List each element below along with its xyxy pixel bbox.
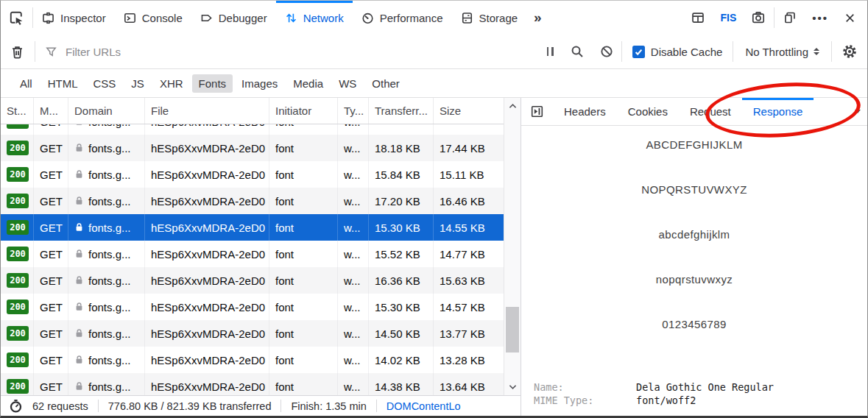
scroll-down-icon[interactable] (504, 383, 521, 391)
block-requests-button[interactable] (592, 35, 621, 68)
network-settings-button[interactable] (832, 35, 867, 68)
scrollbar-thumb[interactable] (506, 307, 519, 353)
filter-fonts[interactable]: Fonts (192, 74, 233, 93)
cell-type: w... (338, 214, 369, 241)
tab-label: Debugger (219, 12, 267, 24)
details-tab-headers[interactable]: Headers (553, 98, 617, 125)
filter-all[interactable]: All (13, 74, 39, 93)
tab-debugger[interactable]: Debugger (191, 1, 276, 35)
split-console-icon (691, 11, 705, 24)
domcontentloaded-indicator: DOMContentLo (387, 400, 461, 412)
cell-type: w... (338, 347, 369, 373)
network-toolbar: Disable Cache No Throttling (1, 35, 867, 69)
responsive-design-icon (783, 11, 797, 24)
column-header-domain[interactable]: Domain (68, 98, 145, 124)
network-icon (285, 12, 297, 24)
pause-icon (547, 47, 549, 56)
details-tab-request[interactable]: Request (679, 98, 742, 125)
filter-media[interactable]: Media (286, 74, 330, 93)
table-header: St...M...DomainFileInitiatorTy...Transfe… (1, 98, 504, 124)
font-preview-line: 0123456789 (521, 318, 867, 332)
tab-storage[interactable]: Storage (452, 1, 527, 35)
pause-traffic-button[interactable] (538, 35, 562, 68)
request-row[interactable]: 200 GET fonts.g... hESp6XxvMDRA-2eD0 fon… (1, 294, 504, 320)
funnel-icon (45, 46, 57, 58)
font-meta: Name: Dela Gothic One Regular MIME Type:… (534, 380, 774, 407)
cell-initiator: font (269, 267, 338, 294)
request-row[interactable]: 200 GET fonts.g... hESp6XxvMDRA-2eD0 fon… (1, 320, 504, 347)
cell-initiator: font (269, 241, 338, 267)
filter-images[interactable]: Images (235, 74, 284, 93)
clipped-row[interactable]: 200 GET fonts.g... hESp6XxvMDRA-2eD0 fon… (1, 124, 504, 135)
request-row[interactable]: 200 GET fonts.g... hESp6XxvMDRA-2eD0 fon… (1, 188, 504, 214)
details-tab-response[interactable]: Response (742, 98, 814, 125)
more-tabs-icon: » (534, 10, 542, 26)
network-statusbar: 62 requests 776.80 KB / 821.39 KB transf… (1, 395, 521, 416)
font-preview-line: NOPQRSTUVWXYZ (521, 183, 867, 197)
column-header-method[interactable]: M... (34, 98, 68, 124)
tab-network[interactable]: Network (276, 1, 353, 35)
filter-css[interactable]: CSS (87, 74, 123, 93)
cell-status: 200 (1, 214, 34, 241)
table-scrollbar[interactable] (504, 98, 521, 395)
cell-transferred: 18.18 KB (369, 135, 434, 161)
cell-file: hESp6XxvMDRA-2eD0 (145, 267, 269, 294)
close-devtools-button[interactable] (835, 1, 865, 35)
request-row[interactable]: 200 GET fonts.g... hESp6XxvMDRA-2eD0 fon… (1, 267, 504, 294)
screenshot-button[interactable] (743, 1, 774, 35)
column-header-file[interactable]: File (145, 98, 269, 124)
cell-transferred: 15.84 KB (369, 161, 434, 188)
split-console-button[interactable] (682, 1, 713, 35)
request-row[interactable]: 200 GET fonts.g... hESp6XxvMDRA-2eD0 fon… (1, 161, 504, 188)
tab-performance[interactable]: Performance (353, 1, 452, 35)
more-tabs-button[interactable]: » (526, 1, 549, 35)
devtools-toolbar: Inspector Console Debugger Network Perfo… (1, 1, 867, 35)
status-badge: 200 (7, 247, 29, 261)
filter-xhr[interactable]: XHR (153, 74, 190, 93)
request-row[interactable]: 200 GET fonts.g... hESp6XxvMDRA-2eD0 fon… (1, 373, 504, 395)
column-header-transferred[interactable]: Transferr... (369, 98, 434, 124)
filter-html[interactable]: HTML (41, 74, 85, 93)
cell-transferred (369, 124, 434, 135)
responsive-design-button[interactable] (775, 1, 805, 35)
fis-extension-tab[interactable]: FIS (713, 1, 743, 35)
disable-cache-control[interactable]: Disable Cache (622, 46, 733, 58)
column-header-type[interactable]: Ty... (338, 98, 369, 124)
storage-icon (461, 12, 473, 24)
filter-other[interactable]: Other (365, 74, 406, 93)
column-header-size[interactable]: Size (434, 98, 504, 124)
column-header-status[interactable]: St... (1, 98, 34, 124)
updown-caret-icon (814, 48, 819, 56)
request-row[interactable]: 200 GET fonts.g... hESp6XxvMDRA-2eD0 fon… (1, 135, 504, 161)
request-row[interactable]: 200 GET fonts.g... hESp6XxvMDRA-2eD0 fon… (1, 347, 504, 373)
tab-console[interactable]: Console (115, 1, 191, 35)
request-list-panel: St...M...DomainFileInitiatorTy...Transfe… (1, 98, 521, 416)
throttling-dropdown[interactable]: No Throttling (733, 46, 831, 58)
cell-type: w... (338, 241, 369, 267)
details-tab-cookies[interactable]: Cookies (617, 98, 679, 125)
scroll-up-icon[interactable] (504, 102, 521, 110)
request-row[interactable]: 200 GET fonts.g... hESp6XxvMDRA-2eD0 fon… (1, 241, 504, 267)
pick-element-button[interactable] (1, 1, 32, 35)
lock-icon (74, 196, 84, 206)
column-header-initiator[interactable]: Initiator (269, 98, 338, 124)
tab-inspector[interactable]: Inspector (33, 1, 115, 35)
details-tabbar: HeadersCookiesRequestResponse (521, 98, 867, 126)
request-row[interactable]: 200 GET fonts.g... hESp6XxvMDRA-2eD0 fon… (1, 124, 504, 135)
cell-size: 13.28 KB (434, 347, 504, 373)
tab-overflow-caret-icon[interactable] (855, 110, 861, 113)
filter-urls-input[interactable] (64, 45, 538, 59)
meta-row: Name: Dela Gothic One Regular (534, 380, 774, 394)
panel-tabs: Inspector Console Debugger Network Perfo… (33, 1, 526, 35)
clear-requests-button[interactable] (1, 35, 35, 68)
filter-ws[interactable]: WS (332, 74, 363, 93)
disable-cache-checkbox[interactable] (632, 46, 645, 58)
collapse-details-button[interactable] (521, 98, 553, 125)
cell-status: 200 (1, 267, 34, 294)
filter-js[interactable]: JS (124, 74, 151, 93)
request-row[interactable]: 200 GET fonts.g... hESp6XxvMDRA-2eD0 fon… (1, 214, 504, 241)
search-requests-button[interactable] (562, 35, 592, 68)
devtools-menu-button[interactable]: ••• (805, 1, 835, 35)
meta-value: Dela Gothic One Regular (636, 380, 774, 394)
cell-method: GET (34, 347, 68, 373)
